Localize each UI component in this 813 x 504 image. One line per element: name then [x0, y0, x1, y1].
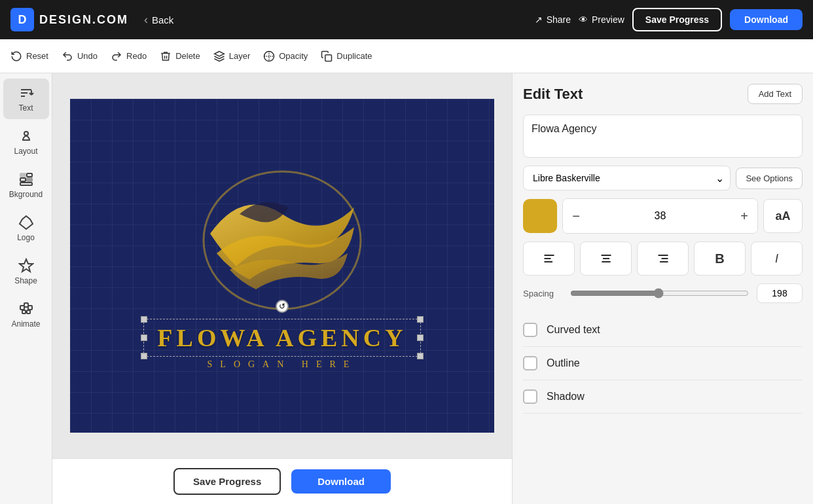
canvas-wrapper[interactable]: ↺ FLOWA AGENCY SLOGAN HERE	[52, 73, 512, 458]
duplicate-label: Duplicate	[336, 51, 372, 61]
canvas-background: ↺ FLOWA AGENCY SLOGAN HERE	[70, 99, 494, 433]
sidebar-item-background[interactable]: Bkground	[3, 165, 49, 206]
redo-toolbar-item[interactable]: Redo	[111, 50, 147, 62]
spacing-label: Spacing	[523, 289, 562, 298]
logo-area: D DESIGN.COM	[10, 8, 128, 31]
outline-option[interactable]: Outline	[523, 347, 803, 380]
sidebar-item-layout[interactable]: Layout	[3, 122, 49, 162]
sidebar-item-animate[interactable]: Animate	[3, 295, 49, 335]
handle-ml[interactable]	[141, 334, 147, 341]
sidebar-item-shape[interactable]: Shape	[3, 251, 49, 292]
download-button-bottom[interactable]: Download	[291, 469, 391, 494]
svg-rect-14	[27, 310, 30, 314]
sidebar-item-shape-label: Shape	[14, 276, 37, 285]
align-left-button[interactable]	[523, 242, 575, 276]
align-row: B I	[523, 242, 803, 276]
layer-label: Layer	[229, 51, 251, 61]
handle-tr[interactable]	[417, 316, 424, 323]
decrease-size-button[interactable]: −	[563, 199, 589, 233]
right-panel: Edit Text Add Text Libre Baskerville ⌄ S…	[512, 73, 813, 504]
text-input-area[interactable]	[523, 115, 803, 158]
handle-mr[interactable]	[417, 334, 424, 341]
top-navbar: D DESIGN.COM ‹ Back ↗ Share 👁 Preview Sa…	[0, 0, 813, 39]
share-label: Share	[547, 14, 571, 25]
svg-rect-4	[20, 173, 26, 177]
size-input[interactable]	[589, 210, 731, 222]
color-swatch[interactable]	[523, 199, 557, 233]
undo-icon	[62, 50, 73, 62]
svg-rect-8	[20, 183, 32, 185]
layer-toolbar-item[interactable]: Layer	[213, 50, 251, 62]
download-button-top[interactable]: Download	[730, 9, 803, 30]
add-text-button[interactable]: Add Text	[748, 84, 803, 104]
outline-checkbox[interactable]	[523, 356, 537, 370]
svg-rect-6	[20, 178, 26, 181]
shape-icon	[18, 258, 34, 274]
rotate-handle[interactable]: ↺	[276, 300, 289, 313]
delete-label: Delete	[175, 51, 200, 61]
preview-button[interactable]: 👁 Preview	[579, 14, 624, 25]
eye-icon: 👁	[579, 14, 588, 25]
reset-label: Reset	[26, 51, 48, 61]
increase-size-button[interactable]: +	[731, 199, 757, 233]
back-button[interactable]: ‹ Back	[144, 13, 173, 27]
handle-tl[interactable]	[141, 316, 147, 323]
sidebar-item-logo[interactable]: Logo	[3, 208, 49, 249]
sidebar-item-text[interactable]: Text	[3, 79, 49, 119]
delete-toolbar-item[interactable]: Delete	[160, 50, 200, 62]
handle-br[interactable]	[417, 353, 424, 359]
side-panel: Text Layout Bkground Logo Shape Animate	[0, 73, 52, 504]
size-control: − +	[562, 198, 758, 234]
align-right-icon	[657, 252, 670, 265]
undo-toolbar-item[interactable]: Undo	[62, 50, 98, 62]
text-element[interactable]: ↺ FLOWA AGENCY SLOGAN HERE	[143, 319, 420, 370]
sidebar-item-background-label: Bkground	[9, 190, 43, 199]
curved-text-option[interactable]: Curved text	[523, 314, 803, 347]
text-input[interactable]	[532, 123, 794, 147]
spacing-slider[interactable]	[570, 288, 749, 298]
handle-bl[interactable]	[141, 353, 147, 359]
background-icon	[18, 171, 34, 187]
nav-actions: ↗ Share 👁 Preview Save Progress Download	[535, 8, 803, 31]
curved-text-checkbox[interactable]	[523, 323, 537, 337]
italic-button[interactable]: I	[751, 242, 803, 276]
shadow-checkbox[interactable]	[523, 389, 537, 404]
options-section: Curved text Outline Shadow	[523, 314, 803, 414]
shadow-option[interactable]: Shadow	[523, 380, 803, 414]
text-icon	[18, 85, 34, 101]
toolbar: Reset Undo Redo Delete Layer Opacity Dup…	[0, 39, 813, 73]
share-button[interactable]: ↗ Share	[535, 14, 571, 25]
save-progress-button-top[interactable]: Save Progress	[632, 8, 722, 31]
duplicate-icon	[321, 50, 333, 62]
see-options-button[interactable]: See Options	[736, 168, 803, 189]
duplicate-toolbar-item[interactable]: Duplicate	[321, 50, 372, 62]
sidebar-item-animate-label: Animate	[11, 319, 40, 329]
align-right-button[interactable]	[637, 242, 689, 276]
bold-button[interactable]: B	[694, 242, 746, 276]
opacity-label: Opacity	[279, 51, 308, 61]
layout-icon	[18, 128, 34, 144]
font-select[interactable]: Libre Baskerville	[523, 166, 731, 190]
animate-icon	[18, 301, 34, 317]
svg-marker-9	[20, 259, 33, 272]
right-panel-title: Edit Text	[523, 86, 583, 103]
text-selection-box: ↺ FLOWA AGENCY	[143, 319, 420, 357]
delete-icon	[160, 50, 172, 62]
redo-icon	[111, 50, 122, 62]
shadow-label: Shadow	[547, 391, 585, 403]
undo-label: Undo	[77, 51, 98, 61]
svg-rect-12	[28, 306, 32, 310]
opacity-toolbar-item[interactable]: Opacity	[263, 50, 308, 62]
main-area: Text Layout Bkground Logo Shape Animate	[0, 73, 813, 504]
aa-button[interactable]: aA	[763, 199, 803, 233]
save-progress-button-bottom[interactable]: Save Progress	[173, 468, 281, 495]
font-row: Libre Baskerville ⌄ See Options	[523, 166, 803, 190]
align-center-button[interactable]	[580, 242, 632, 276]
curved-text-label: Curved text	[547, 324, 600, 336]
svg-rect-5	[27, 173, 32, 177]
opacity-icon	[263, 50, 275, 62]
svg-rect-7	[27, 178, 32, 181]
layer-icon	[213, 50, 225, 62]
controls-row: − + aA	[523, 198, 803, 234]
reset-toolbar-item[interactable]: Reset	[10, 50, 48, 62]
